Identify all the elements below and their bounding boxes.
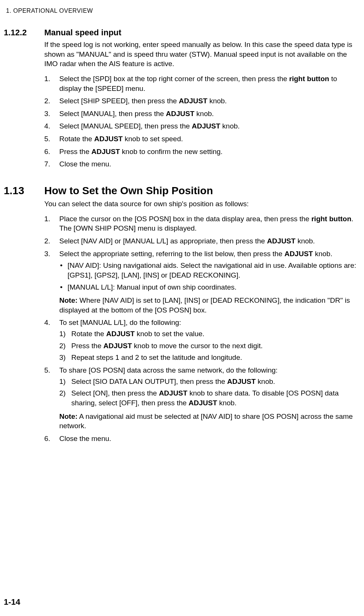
step: Press the ADJUST knob to confirm the new… — [44, 147, 360, 157]
step: Place the cursor on the [OS POSN] box in… — [44, 214, 360, 233]
step: Close the menu. — [44, 434, 360, 444]
page-number: 1-14 — [4, 597, 20, 607]
section-title: Manual speed input — [44, 28, 121, 38]
step: Select [MANUAL SPEED], then press the AD… — [44, 121, 360, 131]
substep: Select [ON], then press the ADJUST knob … — [59, 388, 360, 408]
substep: Press the ADJUST knob to move the cursor… — [59, 341, 360, 351]
section-heading-1-12-2: 1.12.2 Manual speed input — [4, 28, 360, 38]
note: Note: A navigational aid must be selecte… — [59, 412, 360, 431]
steps-list: Select the [SPD] box at the top right co… — [44, 74, 360, 169]
substeps-list: Rotate the ADJUST knob to set the value.… — [59, 329, 360, 362]
note: Note: Where [NAV AID] is set to [LAN], [… — [59, 296, 360, 315]
step: Select the [SPD] box at the top right co… — [44, 74, 360, 93]
step: Select [NAV AID] or [MANUAL L/L] as appr… — [44, 236, 360, 246]
section-number: 1.12.2 — [4, 28, 44, 38]
step: Select the appropriate setting, referrin… — [44, 249, 360, 315]
running-header: 1. OPERATIONAL OVERVIEW — [6, 8, 360, 14]
substep: Repeat steps 1 and 2 to set the latitude… — [59, 353, 360, 362]
step: To set [MANUAL L/L], do the following: R… — [44, 318, 360, 362]
step: To share [OS POSN] data across the same … — [44, 365, 360, 431]
intro-paragraph: If the speed log is not working, enter s… — [44, 40, 360, 69]
section-body-1-12-2: If the speed log is not working, enter s… — [44, 40, 360, 169]
substep: Select [SIO DATA LAN OUTPUT], then press… — [59, 377, 360, 387]
step: Rotate the ADJUST knob to set speed. — [44, 134, 360, 144]
bullet-item: [NAV AID]: Using navigational aids. Sele… — [59, 261, 360, 280]
steps-list: Place the cursor on the [OS POSN] box in… — [44, 214, 360, 444]
section-number: 1.13 — [4, 185, 44, 197]
page: 1. OPERATIONAL OVERVIEW 1.12.2 Manual sp… — [0, 0, 364, 616]
bullet-list: [NAV AID]: Using navigational aids. Sele… — [59, 261, 360, 292]
section-heading-1-13: 1.13 How to Set the Own Ship Position — [4, 185, 360, 197]
section-body-1-13: You can select the data source for own s… — [44, 199, 360, 443]
bullet-item: [MANUAL L/L]: Manual input of own ship c… — [59, 282, 360, 292]
intro-paragraph: You can select the data source for own s… — [44, 199, 360, 209]
step: Select [SHIP SPEED], then press the ADJU… — [44, 96, 360, 106]
substep: Rotate the ADJUST knob to set the value. — [59, 329, 360, 339]
substeps-list: Select [SIO DATA LAN OUTPUT], then press… — [59, 377, 360, 408]
section-title: How to Set the Own Ship Position — [44, 185, 213, 197]
step: Select [MANUAL], then press the ADJUST k… — [44, 109, 360, 119]
step: Close the menu. — [44, 159, 360, 169]
